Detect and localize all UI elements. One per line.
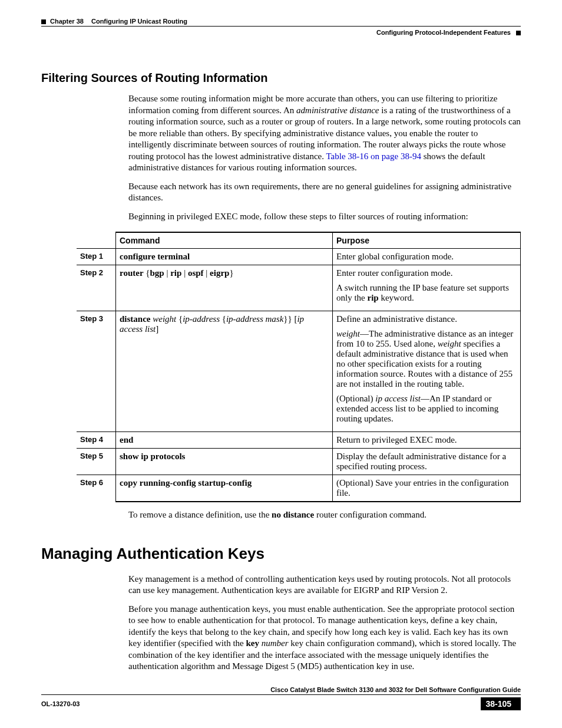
step-label: Step 5 bbox=[77, 449, 116, 475]
command-keyword: key bbox=[246, 638, 260, 648]
cross-reference-link[interactable]: Table 38-16 on page 38-94 bbox=[326, 151, 421, 161]
command-cell: router {bgp | rip | ospf | eigrp} bbox=[116, 265, 333, 311]
page-number-end-icon bbox=[516, 697, 521, 710]
command-arg: number bbox=[262, 638, 289, 648]
step-label: Step 1 bbox=[77, 249, 116, 265]
page-footer: Cisco Catalyst Blade Switch 3130 and 303… bbox=[41, 686, 521, 710]
table-row: Step 1 configure terminal Enter global c… bbox=[77, 249, 521, 265]
column-header-command: Command bbox=[116, 232, 333, 249]
purpose-cell: Display the default administrative dista… bbox=[333, 449, 521, 475]
purpose-cell: Enter global configuration mode. bbox=[333, 249, 521, 265]
purpose-cell: (Optional) Save your entries in the conf… bbox=[333, 475, 521, 502]
command-table: Command Purpose Step 1 configure termina… bbox=[77, 232, 521, 502]
command-cell: end bbox=[116, 432, 333, 449]
command-cell: show ip protocols bbox=[116, 449, 333, 475]
step-label: Step 2 bbox=[77, 265, 116, 311]
section-heading-filtering: Filtering Sources of Routing Information bbox=[41, 71, 521, 85]
purpose-cell: Return to privileged EXEC mode. bbox=[333, 432, 521, 449]
command-cell: copy running-config startup-config bbox=[116, 475, 333, 502]
section-title: Configuring Protocol-Independent Feature… bbox=[376, 29, 511, 36]
table-row: Step 6 copy running-config startup-confi… bbox=[77, 475, 521, 502]
doc-number: OL-13270-03 bbox=[41, 700, 80, 707]
chapter-number: Chapter 38 bbox=[50, 18, 84, 25]
text: To remove a distance definition, use the bbox=[128, 510, 272, 519]
text: router configuration command. bbox=[314, 510, 427, 519]
term-administrative-distance: administrative distance bbox=[296, 106, 379, 115]
command-cell: configure terminal bbox=[116, 249, 333, 265]
page-number: 38-105 bbox=[481, 697, 516, 710]
table-row: Step 2 router {bgp | rip | ospf | eigrp}… bbox=[77, 265, 521, 311]
paragraph: Before you manage authentication keys, y… bbox=[128, 604, 521, 673]
page-header: Chapter 38 Configuring IP Unicast Routin… bbox=[41, 18, 521, 36]
table-row: Step 3 distance weight {ip-address {ip-a… bbox=[77, 311, 521, 432]
paragraph: Beginning in privileged EXEC mode, follo… bbox=[128, 211, 521, 223]
step-label: Step 4 bbox=[77, 432, 116, 449]
paragraph: Key management is a method of controllin… bbox=[128, 574, 521, 597]
purpose-cell: Define an administrative distance.weight… bbox=[333, 311, 521, 432]
guide-title: Cisco Catalyst Blade Switch 3130 and 303… bbox=[41, 686, 521, 695]
table-row: Step 5 show ip protocols Display the def… bbox=[77, 449, 521, 475]
section-heading-managing: Managing Authentication Keys bbox=[41, 545, 521, 563]
chapter-title: Configuring IP Unicast Routing bbox=[91, 18, 187, 25]
command-keyword: no distance bbox=[272, 510, 314, 519]
header-square-icon bbox=[516, 31, 521, 35]
paragraph: Because some routing information might b… bbox=[128, 93, 521, 174]
table-row: Step 4 end Return to privileged EXEC mod… bbox=[77, 432, 521, 449]
paragraph: Because each network has its own require… bbox=[128, 181, 521, 204]
step-label: Step 3 bbox=[77, 311, 116, 432]
step-label: Step 6 bbox=[77, 475, 116, 502]
header-square-icon bbox=[41, 19, 46, 24]
paragraph: To remove a distance definition, use the… bbox=[128, 509, 521, 521]
purpose-cell: Enter router configuration mode.A switch… bbox=[333, 265, 521, 311]
column-header-purpose: Purpose bbox=[333, 232, 521, 249]
command-cell: distance weight {ip-address {ip-address … bbox=[116, 311, 333, 432]
